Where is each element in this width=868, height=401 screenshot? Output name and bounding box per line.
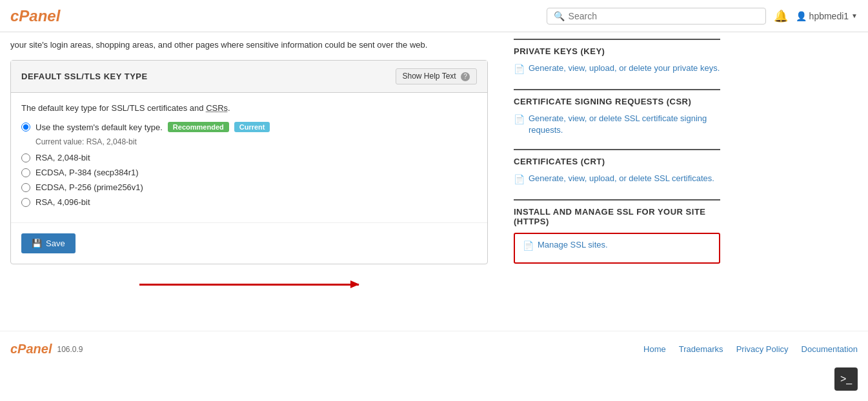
section-manage-ssl-title: INSTALL AND MANAGE SSL FOR YOUR SITE (HT…: [514, 207, 720, 226]
bell-icon[interactable]: 🔔: [774, 9, 788, 23]
save-section: 💾 Save: [11, 222, 487, 264]
left-panel: your site's login areas, shopping areas,…: [10, 32, 488, 292]
footer-left: cPanel 106.0.9: [10, 342, 83, 357]
radio-ecdsa384[interactable]: [21, 168, 30, 177]
main-content: your site's login areas, shopping areas,…: [0, 32, 868, 292]
ssl-box-title: DEFAULT SSL/TLS KEY TYPE: [21, 72, 148, 81]
link-private-keys[interactable]: 📄 Generate, view, upload, or delete your…: [514, 63, 720, 76]
section-csr-title: CERTIFICATE SIGNING REQUESTS (CSR): [514, 97, 720, 106]
radio-option-ecdsa256: ECDSA, P-256 (prime256v1): [21, 182, 477, 192]
footer-link-documentation[interactable]: Documentation: [802, 344, 858, 354]
footer-version: 106.0.9: [57, 345, 83, 354]
section-crt: CERTIFICATES (CRT) 📄 Generate, view, upl…: [514, 149, 720, 186]
section-manage-ssl: INSTALL AND MANAGE SSL FOR YOUR SITE (HT…: [514, 199, 720, 264]
user-icon: 👤: [796, 11, 807, 21]
radio-ecdsa384-label: ECDSA, P-384 (secp384r1): [35, 168, 139, 177]
link-private-keys-text: Generate, view, upload, or delete your p…: [529, 63, 720, 74]
body-description: The default key type for SSL/TLS certifi…: [21, 103, 477, 113]
search-input[interactable]: [569, 11, 759, 21]
radio-option-system: Use the system's default key type. Recom…: [21, 122, 477, 132]
section-csr: CERTIFICATE SIGNING REQUESTS (CSR) 📄 Gen…: [514, 89, 720, 136]
footer: cPanel 106.0.9 Home Trademarks Privacy P…: [0, 331, 868, 367]
section-crt-title: CERTIFICATES (CRT): [514, 157, 720, 166]
help-circle-icon: ?: [461, 72, 470, 81]
link-crt-text: Generate, view, upload, or delete SSL ce…: [529, 173, 714, 184]
badge-current: Current: [234, 122, 270, 132]
save-icon: 💾: [32, 239, 42, 248]
user-menu[interactable]: 👤 hpbmedi1 ▼: [796, 11, 858, 21]
current-value-text: Current value: RSA, 2,048-bit: [35, 137, 477, 146]
section-private-keys-title: PRIVATE KEYS (KEY): [514, 46, 720, 56]
file-icon-crt: 📄: [514, 173, 525, 186]
badge-recommended: Recommended: [168, 122, 229, 132]
footer-logo: cPanel: [10, 342, 52, 357]
ssl-box-header: DEFAULT SSL/TLS KEY TYPE Show Help Text …: [11, 61, 487, 93]
header-right: 🔍 🔔 👤 hpbmedi1 ▼: [547, 8, 858, 24]
link-manage-ssl-sites[interactable]: 📄 Manage SSL sites.: [523, 239, 711, 253]
arrow-line: [139, 284, 359, 286]
show-help-button[interactable]: Show Help Text ?: [396, 68, 478, 84]
username-label: hpbmedi1: [809, 11, 849, 21]
radio-system-label: Use the system's default key type.: [35, 122, 163, 132]
right-panel: PRIVATE KEYS (KEY) 📄 Generate, view, upl…: [514, 32, 720, 292]
caret-icon: ▼: [851, 12, 858, 19]
manage-ssl-highlight-box: 📄 Manage SSL sites.: [514, 233, 720, 264]
search-box[interactable]: 🔍: [547, 8, 766, 24]
radio-system[interactable]: [21, 122, 30, 132]
radio-rsa2048[interactable]: [21, 153, 30, 162]
file-icon-csr: 📄: [514, 113, 525, 126]
file-icon-private-keys: 📄: [514, 63, 525, 76]
ssl-box-body: The default key type for SSL/TLS certifi…: [11, 93, 487, 222]
radio-rsa2048-label: RSA, 2,048-bit: [35, 153, 90, 162]
radio-ecdsa256-label: ECDSA, P-256 (prime256v1): [35, 182, 143, 192]
radio-rsa4096-label: RSA, 4,096-bit: [35, 197, 90, 207]
cpanel-logo: cPanel: [10, 7, 60, 25]
save-button[interactable]: 💾 Save: [21, 233, 76, 253]
file-icon-manage-ssl: 📄: [523, 240, 534, 253]
footer-link-privacy[interactable]: Privacy Policy: [736, 344, 789, 354]
arrow-head: [350, 280, 359, 288]
ssl-tls-box: DEFAULT SSL/TLS KEY TYPE Show Help Text …: [10, 60, 488, 264]
link-csr[interactable]: 📄 Generate, view, or delete SSL certific…: [514, 113, 720, 136]
link-manage-ssl-text: Manage SSL sites.: [538, 239, 608, 251]
link-csr-text: Generate, view, or delete SSL certificat…: [529, 113, 720, 136]
arrow-annotation: [139, 284, 359, 286]
radio-option-rsa2048: RSA, 2,048-bit: [21, 153, 477, 162]
header: cPanel 🔍 🔔 👤 hpbmedi1 ▼: [0, 0, 868, 32]
footer-links: Home Trademarks Privacy Policy Documenta…: [643, 344, 858, 354]
section-private-keys: PRIVATE KEYS (KEY) 📄 Generate, view, upl…: [514, 39, 720, 76]
footer-link-home[interactable]: Home: [643, 344, 666, 354]
csrs-abbr: CSRs: [206, 103, 228, 113]
radio-option-rsa4096: RSA, 4,096-bit: [21, 197, 477, 207]
search-icon: 🔍: [554, 11, 565, 21]
radio-option-ecdsa384: ECDSA, P-384 (secp384r1): [21, 168, 477, 177]
top-text: your site's login areas, shopping areas,…: [10, 32, 488, 60]
radio-ecdsa256[interactable]: [21, 183, 30, 192]
radio-rsa4096[interactable]: [21, 198, 30, 207]
footer-link-trademarks[interactable]: Trademarks: [679, 344, 723, 354]
link-crt[interactable]: 📄 Generate, view, upload, or delete SSL …: [514, 173, 720, 186]
